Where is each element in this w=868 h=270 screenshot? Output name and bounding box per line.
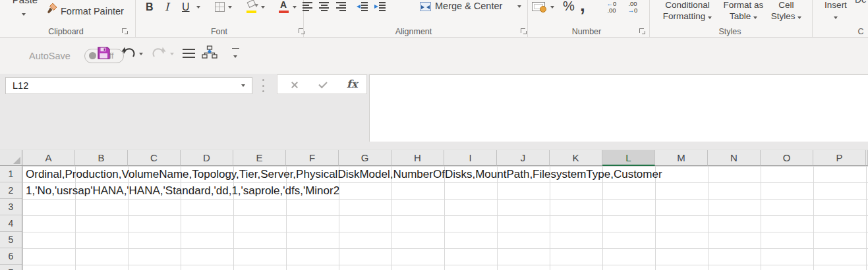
fill-color-icon[interactable] [246, 0, 258, 13]
save-icon[interactable] [97, 46, 111, 60]
header-divider [0, 149, 868, 149]
font-color-dropdown-caret[interactable] [293, 6, 297, 9]
undo-icon[interactable] [121, 46, 136, 59]
increase-decimal-button[interactable]: ←0 .00 [602, 1, 621, 15]
row-header-4[interactable]: 4 [0, 215, 22, 232]
row-header-1[interactable]: 1 [0, 166, 22, 182]
underline-dropdown-caret[interactable] [196, 6, 200, 9]
accounting-dropdown-caret[interactable] [550, 6, 554, 9]
column-header-c[interactable]: C [128, 150, 181, 166]
accounting-format-icon[interactable] [532, 2, 545, 11]
comma-style-button[interactable]: , [580, 0, 585, 16]
delete-button[interactable]: De [855, 0, 867, 5]
column-header-e[interactable]: E [233, 150, 286, 166]
column-header-i[interactable]: I [444, 150, 497, 166]
increase-indent-icon[interactable] [374, 2, 386, 11]
select-all-triangle-icon [13, 157, 20, 164]
row-header-5[interactable]: 5 [0, 232, 22, 248]
row-header-6[interactable]: 6 [0, 248, 22, 265]
bold-button[interactable]: B [146, 0, 154, 14]
insert-button[interactable]: Insert [817, 6, 854, 21]
number-group-label: Number [527, 27, 646, 36]
paste-dropdown-caret[interactable] [22, 13, 26, 16]
cell-a1[interactable]: Ordinal,Production,VolumeName,Topology,T… [22, 166, 662, 182]
align-right-icon[interactable] [336, 2, 346, 11]
enter-icon[interactable] [318, 80, 327, 88]
column-header-p[interactable]: P [813, 150, 866, 166]
format-as-table-button[interactable]: Format as Table [721, 6, 766, 21]
alignment-group-label: Alignment [303, 27, 524, 36]
row-header-3[interactable]: 3 [0, 199, 22, 215]
format-as-table-line2: Table [730, 11, 751, 21]
merge-center-icon [420, 2, 431, 11]
conditional-formatting-button[interactable]: Conditional Formatting [656, 6, 719, 21]
fill-drip-icon [254, 4, 258, 7]
align-center-icon[interactable] [319, 2, 329, 11]
name-box-dropdown-caret[interactable] [241, 84, 245, 87]
column-header-b[interactable]: B [75, 150, 128, 166]
number-dialog-launcher-icon[interactable] [639, 28, 646, 35]
cancel-icon[interactable] [291, 81, 299, 89]
clipboard-group-label: Clipboard [0, 27, 132, 36]
insert-label: Insert [817, 0, 854, 10]
excel-window: Paste Format Painter Clipboard B I U A F… [0, 0, 868, 270]
column-header-j[interactable]: J [497, 150, 550, 166]
group-separator [812, 0, 813, 37]
resize-dots-icon[interactable] [262, 79, 264, 92]
borders-icon[interactable] [215, 2, 225, 12]
menu-lines-icon[interactable] [183, 49, 195, 58]
select-all-button[interactable] [0, 150, 22, 166]
underline-button[interactable]: U [182, 0, 190, 14]
italic-button[interactable]: I [165, 0, 169, 14]
decrease-decimal-arrow: → [628, 7, 635, 14]
undo-dropdown-caret[interactable] [139, 53, 143, 55]
column-headers: A B C D E F G H I J K L M N O P [22, 150, 868, 166]
merge-center-dropdown-caret[interactable] [517, 5, 521, 8]
row-header-2[interactable]: 2 [0, 182, 22, 199]
column-header-o[interactable]: O [761, 150, 813, 166]
fill-dropdown-caret[interactable] [261, 6, 265, 9]
cell-styles-button[interactable]: Cell Styles [766, 6, 807, 21]
borders-dropdown-caret[interactable] [228, 6, 232, 9]
column-header-n[interactable]: N [708, 150, 761, 166]
column-header-k[interactable]: K [550, 150, 602, 166]
column-header-h[interactable]: H [391, 150, 444, 166]
font-group-label: Font [135, 27, 303, 36]
percent-style-button[interactable]: % [563, 0, 575, 14]
autosave-toggle-knob-icon [89, 52, 96, 59]
insert-caret [834, 16, 838, 19]
decrease-decimal-button[interactable]: .00 →0 [623, 1, 642, 15]
column-header-m[interactable]: M [655, 150, 708, 166]
redo-icon[interactable] [152, 46, 166, 59]
format-painter-button[interactable]: Format Painter [61, 6, 124, 16]
align-left-icon[interactable] [303, 2, 312, 11]
clipboard-dialog-launcher-icon[interactable] [121, 28, 129, 35]
autosave-label: AutoSave [29, 51, 71, 61]
format-as-table-line1: Format as [721, 0, 766, 10]
merge-center-button[interactable]: Merge & Center [435, 1, 502, 11]
formula-bar-input[interactable] [369, 74, 868, 142]
ribbon: Paste Format Painter Clipboard B I U A F… [0, 0, 868, 38]
paste-button[interactable]: Paste [8, 0, 42, 5]
conditional-formatting-line2: Formatting [663, 11, 706, 21]
decrease-indent-icon[interactable] [357, 2, 368, 11]
font-color-icon[interactable]: A [279, 0, 289, 13]
conditional-formatting-caret [708, 16, 712, 19]
row-header-7[interactable]: 7 [0, 265, 22, 270]
column-header-d[interactable]: D [181, 150, 233, 166]
grid-cells[interactable]: Ordinal,Production,VolumeName,Topology,T… [22, 166, 868, 270]
cell-a2[interactable]: 1,'No,'usrsap'HANA,'HANA,'Standard,'dd,1… [22, 182, 339, 199]
cells-group-label: C [854, 27, 868, 36]
insert-function-button[interactable]: fx [347, 78, 357, 90]
column-header-a[interactable]: A [22, 150, 75, 166]
redo-dropdown-caret[interactable] [170, 53, 174, 55]
alignment-dialog-launcher-icon[interactable] [520, 28, 527, 35]
column-header-l-selected[interactable]: L [602, 150, 655, 166]
name-box[interactable]: L12 [5, 77, 252, 94]
column-header-f[interactable]: F [286, 150, 339, 166]
increase-decimal-zeros: .00 [607, 7, 616, 14]
row-headers: 1 2 3 4 5 6 7 [0, 166, 22, 270]
qat-customize-icon[interactable] [232, 48, 239, 56]
column-header-g[interactable]: G [339, 150, 391, 166]
org-chart-icon[interactable] [202, 45, 217, 60]
